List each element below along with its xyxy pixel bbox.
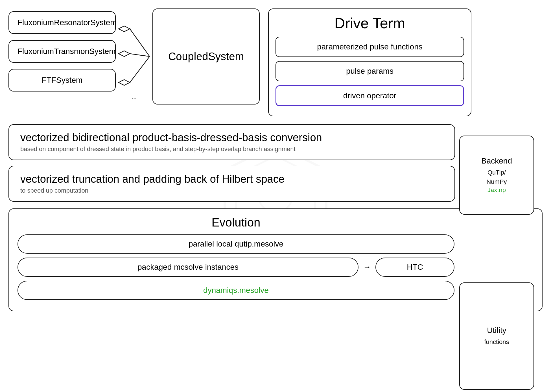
utility-subtitle: functions [484, 337, 509, 347]
evolution-item-parallel: parallel local qutip.mesolve [18, 234, 454, 254]
conversion-box-truncation: vectorized truncation and padding back o… [8, 166, 455, 202]
utility-panel: Utility functions [459, 282, 534, 390]
conversion-subtitle-truncation: to speed up computation [20, 187, 443, 194]
utility-title: Utility [487, 326, 506, 335]
drive-term-item-pulse-functions: parameterized pulse functions [276, 37, 464, 57]
diamond-connectors: ... [116, 8, 152, 104]
evolution-item-mcsolve: packaged mcsolve instances [18, 258, 358, 277]
evolution-title: Evolution [18, 216, 454, 229]
svg-marker-7 [119, 80, 130, 85]
svg-line-4 [130, 29, 150, 56]
system-box-fluxonium-transmon: FluxoniumTransmonSystem [8, 40, 116, 63]
conversion-subtitle-bidirectional: based on component of dressed state in p… [20, 145, 443, 153]
conversion-title-bidirectional: vectorized bidirectional product-basis-d… [20, 132, 443, 144]
arrow-to-htc: → [363, 263, 371, 272]
svg-line-8 [130, 56, 150, 82]
systems-column: FluxoniumResonatorSystem FluxoniumTransm… [8, 8, 116, 92]
drive-term-item-pulse-params: pulse params [276, 61, 464, 81]
system-box-fluxonium-resonator: FluxoniumResonatorSystem [8, 11, 116, 34]
drive-term-section: Drive Term parameterized pulse functions… [268, 8, 471, 116]
system-box-ftf: FTFSystem [8, 69, 116, 92]
evolution-item-dynamiqs: dynamiqs.mesolve [18, 281, 454, 300]
drive-term-title: Drive Term [276, 15, 464, 32]
backend-title: Backend [481, 156, 512, 165]
svg-marker-3 [119, 26, 130, 32]
coupled-system-box: CoupledSystem [152, 8, 260, 104]
drive-term-item-driven-operator: driven operator [276, 85, 464, 106]
htc-box: HTC [375, 258, 454, 277]
svg-line-6 [130, 54, 150, 56]
conversion-title-truncation: vectorized truncation and padding back o… [20, 173, 443, 185]
evolution-row-mcsolve: packaged mcsolve instances → HTC [18, 258, 454, 277]
svg-text:...: ... [131, 93, 137, 100]
backend-subtitle: QuTip/ NumPy [486, 168, 507, 186]
conversion-box-bidirectional: vectorized bidirectional product-basis-d… [8, 124, 455, 160]
backend-green: Jax.np [487, 186, 506, 194]
backend-panel: Backend QuTip/ NumPy Jax.np [459, 136, 534, 215]
svg-marker-5 [119, 51, 130, 56]
